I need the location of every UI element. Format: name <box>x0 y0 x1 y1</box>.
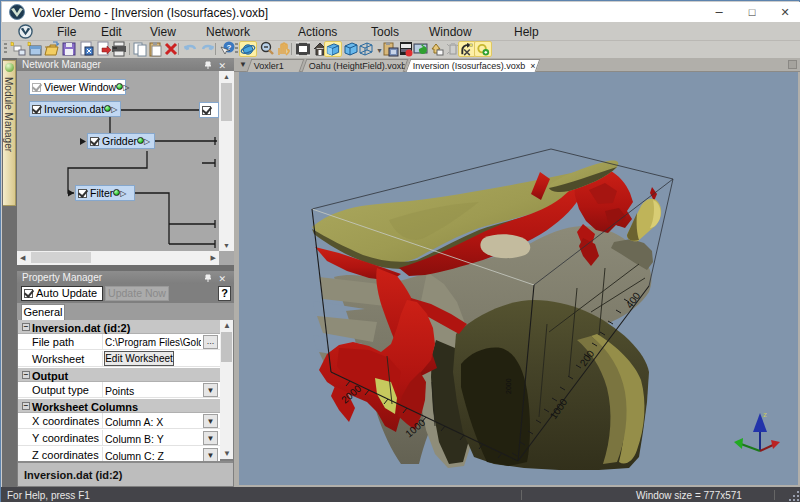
svg-text:z: z <box>763 410 767 419</box>
svg-text:2000: 2000 <box>505 378 512 394</box>
